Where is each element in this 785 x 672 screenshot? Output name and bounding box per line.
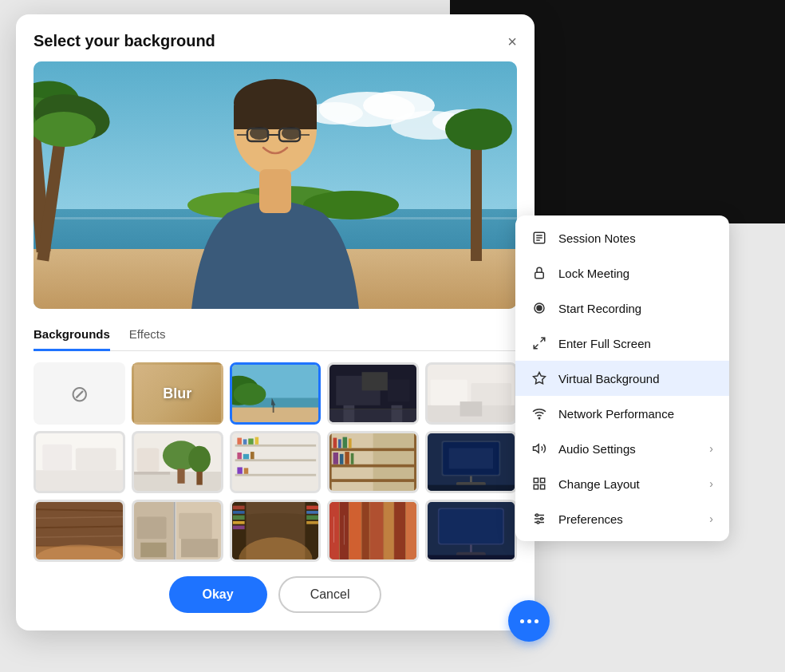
svg-rect-93 [351,453,354,464]
cancel-button[interactable]: Cancel [278,576,382,613]
svg-point-36 [233,383,266,405]
svg-rect-53 [36,470,123,491]
menu-item-lock-meeting-label: Lock Meeting [558,267,713,280]
thumb-shelf-room[interactable] [230,431,321,493]
svg-rect-129 [306,516,318,520]
thumb-beach[interactable] [230,362,321,425]
svg-rect-62 [196,472,202,485]
svg-rect-126 [232,526,244,530]
svg-rect-69 [237,438,242,445]
svg-rect-63 [134,472,170,475]
menu-item-network-performance[interactable]: Network Performance [515,396,729,431]
svg-point-155 [537,306,542,310]
close-button[interactable]: × [507,34,517,49]
preview-svg [34,61,517,309]
menu-item-virtual-background[interactable]: Virtual Background [515,361,729,396]
virtual-background-icon [531,370,547,386]
svg-rect-48 [431,379,467,405]
svg-rect-82 [329,464,416,468]
svg-rect-83 [329,479,416,482]
menu-item-start-recording[interactable]: Start Recording [515,291,729,326]
menu-item-session-notes-label: Session Notes [558,231,713,245]
thumb-blur[interactable]: Blur [132,362,223,425]
svg-rect-127 [306,506,318,510]
menu-item-session-notes[interactable]: Session Notes [515,220,729,255]
svg-rect-160 [534,478,538,482]
thumb-plants-room[interactable] [132,431,223,493]
svg-rect-134 [349,502,361,559]
svg-rect-31 [259,169,291,213]
menu-item-enter-full-screen[interactable]: Enter Full Screen [515,326,729,361]
fullscreen-icon [531,335,547,351]
svg-marker-159 [534,445,539,453]
menu-item-change-layout-label: Change Layout [558,477,698,491]
svg-rect-89 [349,438,352,448]
menu-item-audio-settings[interactable]: Audio Settings › [515,431,729,466]
svg-rect-34 [232,408,319,422]
svg-rect-67 [235,459,316,461]
context-menu: Session Notes Lock Meeting Start Recordi… [515,215,729,541]
svg-rect-42 [344,405,355,422]
background-dialog: Select your background × [16,14,535,630]
preview-area [34,61,517,309]
thumb-bookshelf[interactable] [327,431,419,493]
thumb-dark-tv2[interactable] [425,500,517,562]
tab-backgrounds[interactable]: Backgrounds [34,322,110,351]
svg-rect-58 [136,448,159,472]
svg-rect-71 [248,438,253,444]
thumb-tv-room[interactable] [425,431,517,493]
svg-rect-44 [362,372,388,390]
change-layout-arrow: › [709,477,713,490]
svg-rect-23 [234,105,317,129]
svg-rect-138 [395,502,406,559]
svg-rect-161 [541,478,545,482]
okay-button[interactable]: Okay [169,576,267,613]
svg-rect-91 [340,454,344,464]
svg-point-17 [445,109,512,150]
thumb-white-room-2[interactable] [34,431,125,493]
thumb-mini-room[interactable] [132,500,223,562]
thumb-dark-room[interactable] [327,362,419,425]
svg-rect-50 [460,401,483,416]
svg-rect-122 [232,506,244,510]
svg-rect-153 [535,272,544,279]
svg-rect-148 [428,555,515,559]
svg-rect-77 [243,468,248,473]
svg-point-61 [188,446,211,472]
svg-rect-84 [329,433,332,491]
svg-rect-41 [329,409,416,422]
svg-rect-115 [179,513,212,539]
svg-rect-74 [243,454,248,459]
svg-rect-55 [76,448,116,470]
svg-rect-90 [333,453,338,464]
fab-button[interactable] [508,600,550,642]
dialog-title: Select your background [34,32,215,50]
thumb-none[interactable]: ⊘ [34,362,125,425]
svg-rect-75 [250,452,254,459]
svg-point-168 [541,518,543,520]
thumb-white-room-1[interactable] [425,362,517,425]
thumb-wooden-ceiling[interactable] [34,500,125,562]
svg-rect-43 [392,405,403,422]
thumb-library-hall[interactable] [230,500,321,562]
svg-point-15 [34,112,96,147]
menu-item-network-performance-label: Network Performance [558,407,713,421]
preferences-icon [531,511,547,527]
layout-icon [531,476,547,492]
svg-rect-98 [449,448,493,468]
tab-effects[interactable]: Effects [129,322,166,351]
menu-item-audio-settings-label: Audio Settings [558,442,698,456]
menu-item-change-layout[interactable]: Change Layout › [515,466,729,501]
svg-rect-68 [235,474,316,476]
svg-rect-76 [237,467,242,473]
svg-rect-92 [345,452,350,464]
network-icon [531,405,547,421]
menu-item-lock-meeting[interactable]: Lock Meeting [515,255,729,291]
thumb-books-closeup[interactable] [327,500,419,562]
svg-rect-137 [385,502,394,559]
svg-rect-124 [232,516,244,520]
lock-icon [531,265,547,281]
fab-dots [520,619,538,623]
fab-dot-3 [535,619,538,623]
menu-item-preferences[interactable]: Preferences › [515,501,729,536]
